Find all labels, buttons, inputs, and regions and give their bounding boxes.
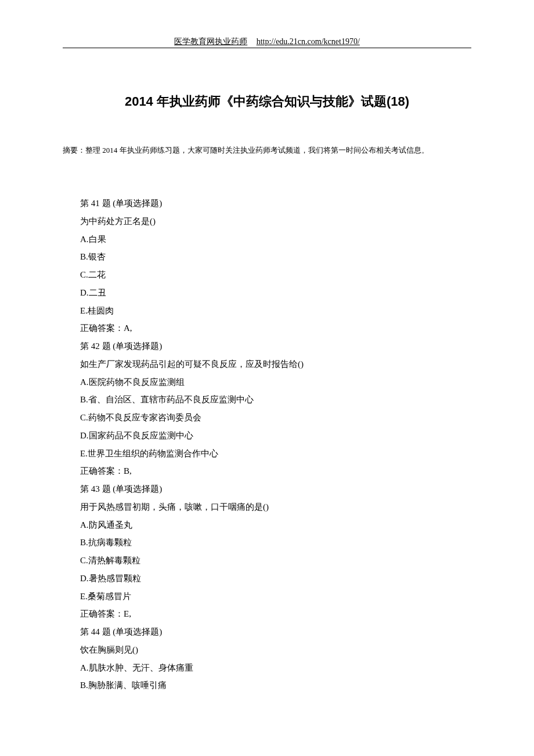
header-label: 医学教育网执业药师 — [174, 37, 247, 46]
question-option: C.清热解毒颗粒 — [63, 552, 471, 570]
question-option: B.省、自治区、直辖市药品不良反应监测中心 — [63, 391, 471, 409]
question-header: 第 44 题 (单项选择题) — [63, 623, 471, 641]
page-header: 医学教育网执业药师 http://edu.21cn.com/kcnet1970/ — [0, 36, 534, 47]
question-option: A.医院药物不良反应监测组 — [63, 373, 471, 391]
header-url: http://edu.21cn.com/kcnet1970/ — [257, 37, 360, 46]
question-option: C.药物不良反应专家咨询委员会 — [63, 409, 471, 427]
question-option: E.世界卫生组织的药物监测合作中心 — [63, 445, 471, 463]
question-option: A.防风通圣丸 — [63, 516, 471, 534]
question-option: D.暑热感冒颗粒 — [63, 570, 471, 588]
question-answer: 正确答案：A, — [63, 319, 471, 337]
header-divider — [63, 48, 471, 48]
question-option: E.桂圆肉 — [63, 302, 471, 320]
question-content: 第 41 题 (单项选择题) 为中药处方正名是() A.白果 B.银杏 C.二花… — [63, 195, 471, 694]
question-option: E.桑菊感冒片 — [63, 588, 471, 606]
question-stem: 为中药处方正名是() — [63, 213, 471, 231]
question-header: 第 41 题 (单项选择题) — [63, 195, 471, 213]
question-header: 第 42 题 (单项选择题) — [63, 337, 471, 355]
question-option: B.银杏 — [63, 248, 471, 266]
question-option: D.国家药品不良反应监测中心 — [63, 427, 471, 445]
abstract: 摘要：整理 2014 年执业药师练习题，大家可随时关注执业药师考试频道，我们将第… — [63, 144, 471, 157]
question-answer: 正确答案：B, — [63, 462, 471, 480]
question-option: A.白果 — [63, 231, 471, 249]
question-answer: 正确答案：E, — [63, 605, 471, 623]
question-option: B.胸胁胀满、咳唾引痛 — [63, 676, 471, 694]
question-option: A.肌肤水肿、无汗、身体痛重 — [63, 659, 471, 677]
question-header: 第 43 题 (单项选择题) — [63, 480, 471, 498]
question-option: B.抗病毒颗粒 — [63, 534, 471, 552]
page-title: 2014 年执业药师《中药综合知识与技能》试题(18) — [0, 93, 534, 110]
header-text: 医学教育网执业药师 http://edu.21cn.com/kcnet1970/ — [174, 37, 360, 47]
question-stem: 如生产厂家发现药品引起的可疑不良反应，应及时报告给() — [63, 355, 471, 373]
question-option: C.二花 — [63, 266, 471, 284]
question-stem: 饮在胸膈则见() — [63, 641, 471, 659]
question-stem: 用于风热感冒初期，头痛，咳嗽，口干咽痛的是() — [63, 498, 471, 516]
question-option: D.二丑 — [63, 284, 471, 302]
